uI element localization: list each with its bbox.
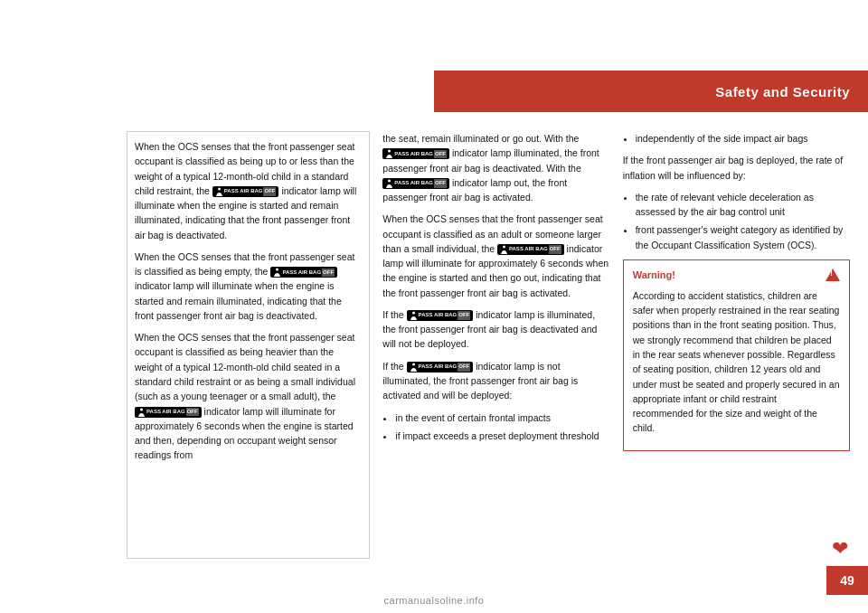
airbag-badge-1: PASS AIR BAGOFF: [212, 186, 279, 197]
svg-point-6: [412, 312, 415, 315]
warning-text: According to accident statistics, childr…: [633, 288, 840, 436]
svg-point-5: [503, 246, 505, 249]
col1-p3: When the OCS senses that the front passe…: [135, 330, 362, 462]
svg-point-0: [218, 188, 221, 191]
warning-triangle-icon: [826, 269, 840, 281]
airbag-badge-6: PASS AIR BAGOFF: [497, 244, 564, 255]
airbag-badge-7: PASS AIR BAGOFF: [407, 310, 474, 321]
column-1: When the OCS senses that the front passe…: [127, 131, 370, 559]
col3-bullets-2: the rate of relevant vehicle deceleratio…: [636, 190, 850, 252]
bookmark-icon: ❤: [832, 537, 848, 561]
airbag-badge-4: PASS AIR BAGOFF: [382, 148, 449, 159]
col2-bullet-2: if impact exceeds a preset deployment th…: [395, 429, 609, 443]
airbag-badge-5: PASS AIR BAGOFF: [382, 178, 449, 189]
footer-watermark: carmanualsoline.info: [384, 595, 485, 606]
airbag-badge-3: PASS AIR BAGOFF: [135, 407, 202, 418]
col3-bullet-2: the rate of relevant vehicle deceleratio…: [636, 190, 850, 220]
header-bar: Safety and Security: [434, 71, 868, 112]
svg-point-4: [388, 180, 391, 183]
column-3: independently of the side impact air bag…: [623, 131, 850, 559]
svg-point-3: [388, 150, 391, 153]
warning-box: Warning! According to accident statistic…: [623, 259, 850, 451]
col2-p4: If the PASS AIR BAGOFF indicator lamp is…: [382, 359, 609, 403]
col2-p3: If the PASS AIR BAGOFF indicator lamp is…: [382, 307, 609, 352]
page-number: 49: [826, 566, 868, 595]
airbag-badge-8: PASS AIR BAGOFF: [407, 362, 474, 373]
main-content: When the OCS senses that the front passe…: [127, 131, 850, 559]
warning-header: Warning!: [633, 268, 840, 283]
col2-p1: the seat, remain illuminated or go out. …: [382, 131, 609, 204]
svg-point-2: [140, 408, 143, 410]
col2-bullet-1: in the event of certain frontal impacts: [395, 410, 609, 425]
column-2: the seat, remain illuminated or go out. …: [382, 131, 609, 559]
page-title: Safety and Security: [715, 84, 850, 99]
col2-p2: When the OCS senses that the front passe…: [382, 212, 609, 300]
col3-inflation-intro: If the front passenger air bag is deploy…: [623, 153, 850, 183]
col1-p1: When the OCS senses that the front passe…: [135, 139, 362, 242]
col3-bullets-1: independently of the side impact air bag…: [636, 131, 850, 146]
col1-p2: When the OCS senses that the front passe…: [135, 250, 362, 323]
col3-text: independently of the side impact air bag…: [623, 131, 850, 559]
col3-bullet-3: front passenger's weight category as ide…: [636, 222, 850, 252]
col3-bullet-1: independently of the side impact air bag…: [636, 131, 850, 146]
svg-point-1: [276, 269, 278, 271]
airbag-badge-2: PASS AIR BAGOFF: [270, 267, 337, 278]
svg-point-7: [412, 363, 415, 365]
warning-title: Warning!: [633, 268, 675, 283]
col2-bullets: in the event of certain frontal impacts …: [395, 410, 609, 444]
